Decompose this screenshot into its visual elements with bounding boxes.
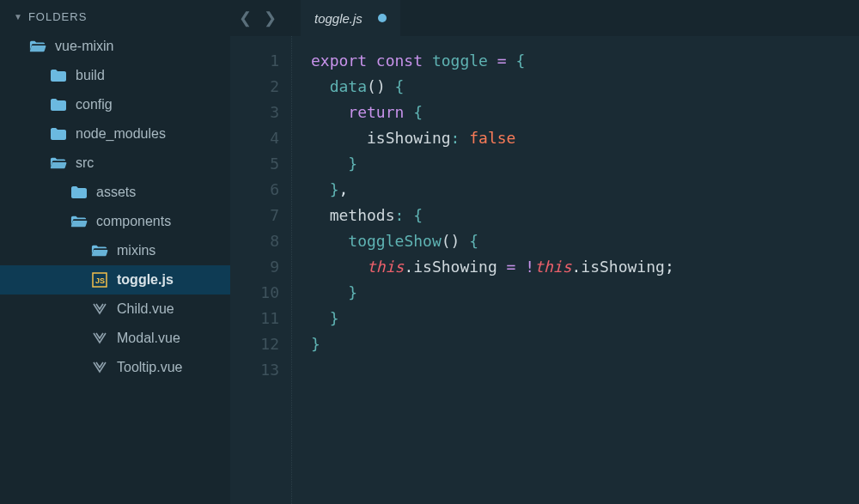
token-prop: isShowing [581,258,665,276]
tree-item-label: Modal.vue [117,331,180,346]
tree-item-label: mixins [117,243,155,258]
svg-text:JS: JS [95,276,105,285]
folder-open-icon [91,242,108,259]
tree-folder-vue-mixin[interactable]: vue-mixin [0,32,230,61]
sidebar: ▼ FOLDERS vue-mixinbuildconfignode_modul… [0,0,230,504]
code-line: } [311,331,859,357]
tree-folder-build[interactable]: build [0,61,230,90]
token-fn: toggleShow [348,232,441,250]
token-punc: { [395,77,405,95]
folder-open-icon [29,38,46,55]
code-content[interactable]: export const toggle = { data() { return … [292,36,859,504]
token-op: = [507,258,526,276]
code-area[interactable]: 12345678910111213 export const toggle = … [230,36,859,504]
token-punc: } [311,335,320,353]
tree-item-label: config [76,97,113,112]
line-number: 9 [230,254,279,280]
sidebar-header[interactable]: ▼ FOLDERS [0,7,230,32]
tab-toggle-js[interactable]: toggle.js [301,0,400,36]
app-root: ▼ FOLDERS vue-mixinbuildconfignode_modul… [0,0,859,504]
tree-file-tooltip-vue[interactable]: Tooltip.vue [0,353,230,382]
token-punc: { [515,52,525,70]
token-punc: { [413,103,423,121]
token-fn: data [330,77,367,95]
code-line: } [311,151,859,177]
tree-item-label: build [76,68,105,83]
line-number: 4 [230,125,279,151]
code-line: data() { [311,74,859,100]
token-this: this [534,258,571,276]
line-number: 1 [230,48,279,74]
token-colon: : [451,129,470,147]
token-white: . [404,258,413,276]
line-number: 7 [230,203,279,228]
back-icon[interactable]: ❮ [239,9,252,27]
code-line: this.isShowing = !this.isShowing; [311,254,859,280]
tree-folder-components[interactable]: components [0,207,230,236]
folder-icon [70,184,88,201]
folder-icon [50,125,67,143]
token-prop: isShowing [367,129,451,147]
token-punc: { [413,206,423,224]
line-number: 12 [230,331,279,357]
token-kw: export [311,52,376,70]
tree-item-label: Child.vue [117,301,174,317]
code-line [311,357,859,383]
token-punc: { [469,232,478,250]
js-icon: JS [91,271,108,288]
folder-icon [50,67,67,84]
line-number: 2 [230,74,279,100]
token-op: = [497,52,516,70]
sidebar-header-label: FOLDERS [28,10,87,23]
token-punc: } [330,180,339,198]
tree-folder-node_modules[interactable]: node_modules [0,119,230,149]
unsaved-indicator-icon [378,14,387,22]
line-number: 3 [230,100,279,125]
token-punc: } [330,309,339,327]
token-punc: } [348,283,357,301]
code-line: toggleShow() { [311,228,859,254]
code-line: } [311,280,859,306]
tree-item-label: toggle.js [117,272,174,288]
token-paren: () [367,77,386,95]
folder-open-icon [70,213,88,230]
tree-item-label: vue-mixin [55,39,113,54]
token-white [460,232,469,250]
token-prop: isShowing [413,258,506,276]
token-this: this [367,258,404,276]
token-op: ! [525,258,534,276]
tree-item-label: assets [96,185,136,200]
tree-item-label: components [96,214,171,229]
vue-icon [91,330,108,347]
tree-file-modal-vue[interactable]: Modal.vue [0,324,230,353]
tab-title: toggle.js [314,11,362,26]
token-kw: return [348,103,413,121]
line-number-gutter: 12345678910111213 [230,36,292,504]
token-bool: false [469,129,515,147]
tree-item-label: Tooltip.vue [117,360,183,375]
vue-icon [91,301,108,318]
tree-folder-assets[interactable]: assets [0,178,230,207]
line-number: 8 [230,228,279,254]
token-kw: const [376,52,432,70]
tree-folder-mixins[interactable]: mixins [0,236,230,265]
token-white [386,77,395,95]
vue-icon [91,359,108,376]
tree-file-toggle-js[interactable]: JStoggle.js [0,265,230,295]
tab-bar: ❮ ❯ toggle.js [230,0,859,36]
code-line: methods: { [311,203,859,228]
tree-file-child-vue[interactable]: Child.vue [0,295,230,324]
line-number: 6 [230,177,279,203]
token-paren: () [442,232,460,250]
line-number: 10 [230,280,279,306]
forward-icon[interactable]: ❯ [264,9,277,27]
token-white: . [572,258,582,276]
code-line: }, [311,177,859,203]
folder-icon [50,96,67,113]
tree-folder-src[interactable]: src [0,149,230,178]
history-nav: ❮ ❯ [239,9,277,27]
code-line: export const toggle = { [311,48,859,74]
tree-folder-config[interactable]: config [0,90,230,119]
tree-item-label: src [76,155,94,171]
editor-pane: ❮ ❯ toggle.js 12345678910111213 export c… [230,0,859,504]
